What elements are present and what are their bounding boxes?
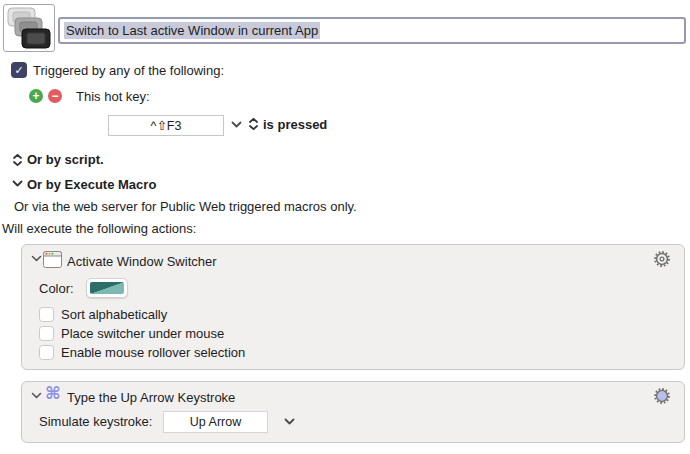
window-icon (43, 251, 62, 268)
checkmark-icon: ✓ (14, 65, 23, 76)
color-label: Color: (39, 281, 74, 296)
triggered-checkbox[interactable]: ✓ (11, 62, 27, 78)
pressed-popup-updown-icon[interactable] (248, 117, 259, 131)
action2-title: Type the Up Arrow Keystroke (67, 390, 235, 405)
place-switcher-under-mouse-checkbox[interactable] (39, 326, 54, 341)
action2-collapse-chevron-icon[interactable] (31, 392, 42, 400)
or-by-script-updown-icon[interactable] (12, 153, 23, 167)
add-trigger-button[interactable]: + (29, 89, 43, 103)
hot-key-value: ^⇧F3 (151, 118, 182, 133)
sort-alphabetically-checkbox[interactable] (39, 307, 54, 322)
plus-icon: + (32, 90, 39, 102)
action1-title: Activate Window Switcher (67, 254, 217, 269)
keystroke-value: Up Arrow (190, 415, 241, 429)
color-swatch (90, 282, 124, 294)
remove-trigger-button[interactable]: − (48, 89, 62, 103)
or-by-execute-macro-label[interactable]: Or by Execute Macro (27, 177, 156, 192)
place-switcher-under-mouse-label: Place switcher under mouse (61, 326, 224, 341)
keystroke-input[interactable]: Up Arrow (163, 411, 268, 433)
macro-title-text: Switch to Last active Window in current … (64, 22, 320, 39)
or-by-script-label[interactable]: Or by script. (27, 152, 104, 167)
action-activate-window-switcher: Activate Window Switcher Color: Sort alp… (21, 244, 685, 370)
web-server-note: Or via the web server for Public Web tri… (14, 199, 357, 214)
actions-section-label: Will execute the following actions: (2, 221, 196, 236)
enable-mouse-rollover-label: Enable mouse rollover selection (61, 345, 245, 360)
color-well[interactable] (86, 278, 128, 298)
enable-mouse-rollover-checkbox[interactable] (39, 345, 54, 360)
hot-key-event-label: is pressed (263, 117, 327, 132)
option-enable-mouse-rollover: Enable mouse rollover selection (39, 345, 245, 360)
option-place-switcher-under-mouse: Place switcher under mouse (39, 326, 224, 341)
hot-key-label: This hot key: (76, 89, 150, 104)
command-icon: ⌘ (45, 385, 61, 402)
or-by-execute-macro-chevron-icon[interactable] (12, 180, 23, 188)
sort-alphabetically-label: Sort alphabetically (61, 307, 167, 322)
simulate-keystroke-label: Simulate keystroke: (39, 414, 152, 429)
keystroke-dropdown-chevron-icon[interactable] (284, 418, 295, 426)
option-sort-alphabetically: Sort alphabetically (39, 307, 167, 322)
macro-title-input[interactable]: Switch to Last active Window in current … (58, 17, 686, 44)
hot-key-input[interactable]: ^⇧F3 (108, 115, 224, 136)
macro-icon[interactable] (3, 4, 55, 52)
triggered-label: Triggered by any of the following: (33, 63, 224, 78)
action2-gear-icon[interactable] (653, 387, 671, 405)
window-switcher-icon (5, 6, 53, 50)
action-type-up-arrow-keystroke: ⌘ Type the Up Arrow Keystroke Simulate k… (21, 381, 685, 443)
hot-key-dropdown-chevron-icon[interactable] (231, 121, 242, 129)
minus-icon: − (51, 90, 58, 102)
action1-collapse-chevron-icon[interactable] (31, 255, 42, 263)
action1-gear-icon[interactable] (653, 250, 671, 268)
